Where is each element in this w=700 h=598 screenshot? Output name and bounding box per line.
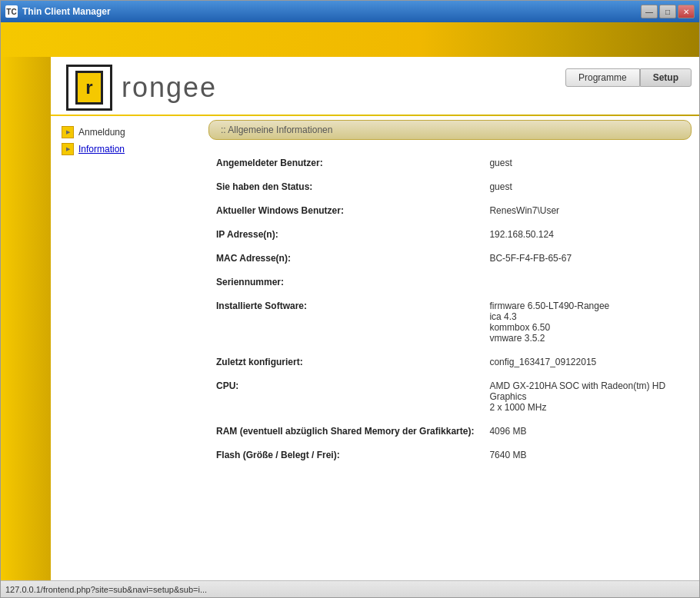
left-stripe	[1, 57, 51, 580]
row-label: CPU:	[208, 374, 482, 420]
row-label: Seriennummer:	[208, 271, 482, 294]
title-bar: TC Thin Client Manager — □ ✕	[1, 1, 699, 22]
setup-button[interactable]: Setup	[640, 68, 692, 87]
table-row: Zuletzt konfiguriert:config_163417_09122…	[208, 350, 692, 374]
panel-body: Anmeldung Information :: Allgemeine Info…	[51, 116, 699, 580]
row-value: BC-5F-F4-FB-65-67	[482, 247, 692, 271]
row-value: guest	[482, 151, 692, 175]
table-row: Aktueller Windows Benutzer:RenesWin7\Use…	[208, 199, 692, 223]
header-area: r rongee Programme Setup	[51, 57, 699, 115]
row-label: IP Adresse(n):	[208, 223, 482, 247]
sidebar-item-information[interactable]: Information	[58, 141, 197, 158]
row-value: AMD GX-210HA SOC with Radeon(tm) HD Grap…	[482, 374, 692, 420]
row-value: config_163417_09122015	[482, 350, 692, 374]
row-value: 192.168.50.124	[482, 223, 692, 247]
row-value: guest	[482, 175, 692, 199]
row-value: RenesWin7\User	[482, 199, 692, 223]
minimize-button[interactable]: —	[641, 5, 658, 18]
row-label: Flash (Größe / Belegt / Frei):	[208, 444, 482, 467]
row-label: Installierte Software:	[208, 294, 482, 350]
row-value: firmware 6.50-LT490-Rangeeica 4.3kommbox…	[482, 294, 692, 350]
logo-box: r	[66, 65, 112, 111]
nav-buttons: Programme Setup	[565, 68, 692, 87]
row-label: Sie haben den Status:	[208, 175, 482, 199]
title-bar-left: TC Thin Client Manager	[5, 5, 111, 18]
table-row: Seriennummer:	[208, 271, 692, 294]
app-icon: TC	[5, 5, 18, 18]
table-row: IP Adresse(n):192.168.50.124	[208, 223, 692, 247]
programme-button[interactable]: Programme	[565, 68, 640, 87]
logo-text: rongee	[122, 71, 217, 104]
anmeldung-label: Anmeldung	[78, 127, 125, 138]
content-area: r rongee Programme Setup	[1, 57, 699, 580]
table-row: RAM (eventuell abzüglich Shared Memory d…	[208, 420, 692, 444]
status-bar: 127.0.0.1/frontend.php?site=sub&navi=set…	[1, 580, 699, 597]
window-title: Thin Client Manager	[22, 6, 111, 17]
information-icon	[62, 143, 74, 155]
sidebar-nav: Anmeldung Information	[51, 116, 205, 580]
logo-area: r rongee	[66, 65, 217, 111]
row-label: Zuletzt konfiguriert:	[208, 350, 482, 374]
app-body: r rongee Programme Setup	[1, 22, 699, 597]
anmeldung-icon	[62, 126, 74, 138]
table-row: Sie haben den Status:guest	[208, 175, 692, 199]
table-row: Angemeldeter Benutzer:guest	[208, 151, 692, 175]
window-controls: — □ ✕	[641, 5, 695, 18]
top-stripe	[1, 22, 699, 57]
logo-icon: r	[75, 71, 103, 105]
row-value: 7640 MB	[482, 444, 692, 467]
info-table: Angemeldeter Benutzer:guestSie haben den…	[208, 151, 692, 467]
maximize-button[interactable]: □	[659, 5, 676, 18]
info-scroll-area[interactable]: :: Allgemeine Informationen Angemeldeter…	[205, 116, 699, 580]
section-header: :: Allgemeine Informationen	[208, 120, 692, 140]
row-value	[482, 271, 692, 294]
row-label: Angemeldeter Benutzer:	[208, 151, 482, 175]
table-row: MAC Adresse(n):BC-5F-F4-FB-65-67	[208, 247, 692, 271]
table-row: Installierte Software:firmware 6.50-LT49…	[208, 294, 692, 350]
table-row: CPU:AMD GX-210HA SOC with Radeon(tm) HD …	[208, 374, 692, 420]
status-text: 127.0.0.1/frontend.php?site=sub&navi=set…	[5, 585, 207, 594]
sidebar-item-anmeldung[interactable]: Anmeldung	[58, 124, 197, 141]
row-label: MAC Adresse(n):	[208, 247, 482, 271]
row-label: RAM (eventuell abzüglich Shared Memory d…	[208, 420, 482, 444]
info-content: :: Allgemeine Informationen Angemeldeter…	[205, 116, 699, 475]
table-row: Flash (Größe / Belegt / Frei):7640 MB	[208, 444, 692, 467]
main-panel: r rongee Programme Setup	[51, 57, 699, 580]
information-link[interactable]: Information	[78, 144, 125, 154]
row-label: Aktueller Windows Benutzer:	[208, 199, 482, 223]
main-window: TC Thin Client Manager — □ ✕ r	[0, 0, 700, 598]
row-value: 4096 MB	[482, 420, 692, 444]
close-button[interactable]: ✕	[678, 5, 695, 18]
